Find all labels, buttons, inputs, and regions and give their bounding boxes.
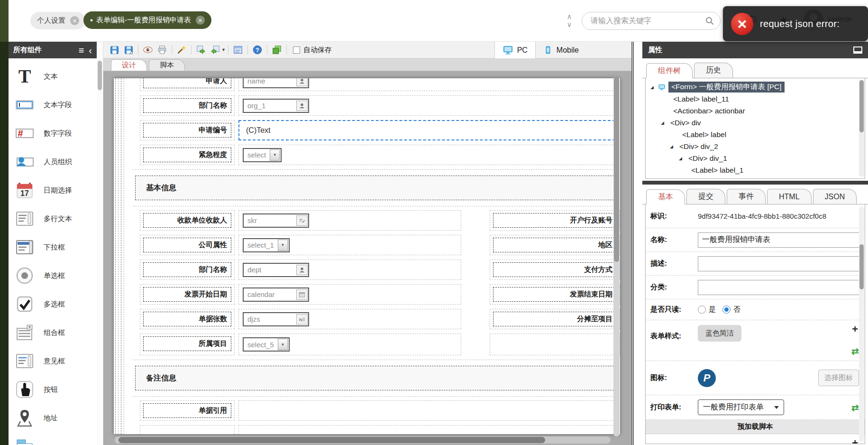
field-label-cell[interactable]: 开户行及账号 — [490, 210, 620, 231]
field-label-cell[interactable]: 单据引用 — [140, 400, 235, 421]
tree-node-div[interactable]: ◢ <Div> div — [646, 117, 865, 129]
tree-node-form[interactable]: ◢ <Form> 一般费用报销申请表 [PC] — [646, 81, 865, 93]
tab-submit[interactable]: 提交 — [686, 189, 725, 204]
component-item-dropdown[interactable]: 下拉框 — [9, 234, 97, 260]
print-button[interactable] — [156, 44, 168, 56]
export-button[interactable] — [209, 44, 221, 56]
person-field[interactable]: dept — [243, 263, 309, 277]
collapse-left-icon[interactable]: ‹ — [89, 46, 92, 55]
menu-icon[interactable]: ≡ — [79, 46, 84, 55]
component-item-text-field[interactable]: 文本字段 — [9, 92, 97, 118]
expander-icon[interactable]: ◢ — [670, 144, 676, 149]
field-label-cell[interactable]: 公司属性 — [140, 235, 235, 255]
mobile-view-button[interactable]: Mobile — [536, 42, 586, 58]
field-label[interactable]: 单据引用 — [143, 403, 231, 418]
close-icon[interactable]: × — [70, 16, 79, 25]
text-edit-field[interactable]: skr — [243, 213, 309, 228]
add-style-button[interactable]: + — [852, 324, 858, 334]
tab-events[interactable]: 事件 — [727, 189, 766, 204]
add-script-button[interactable]: + — [852, 438, 858, 444]
chevron-up-icon[interactable]: ∧ — [563, 12, 576, 20]
select-field[interactable]: select ▼ — [243, 148, 282, 162]
form-row[interactable]: 公司属性 select_1 ▼ 地区 sele — [140, 235, 615, 255]
autosave-checkbox[interactable]: 自动保存 — [293, 46, 332, 55]
select-field[interactable]: select_5 ▼ — [243, 337, 290, 352]
field-label-cell[interactable]: 所属项目 — [140, 334, 235, 355]
field-label-cell[interactable]: 发票结束日期 — [490, 284, 620, 305]
chevron-down-icon[interactable]: ∨ — [563, 20, 576, 28]
readonly-no-radio[interactable] — [722, 306, 731, 314]
tree-node-div-1[interactable]: ◢ <Div> div_1 — [646, 152, 865, 164]
field-label[interactable]: 发票开始日期 — [143, 287, 231, 302]
field-cell[interactable]: dept — [238, 260, 461, 280]
field-cell[interactable]: org_1 — [238, 95, 615, 116]
component-item-combobox[interactable]: 组合框 — [9, 319, 97, 346]
person-icon[interactable] — [296, 78, 308, 86]
section-header-remark[interactable]: 备注信息 — [135, 366, 616, 390]
dropdown-arrow-icon[interactable]: ▼ — [278, 240, 288, 251]
field-label-cell[interactable]: 部门名称 — [140, 260, 235, 280]
component-item-address[interactable]: 地址 — [9, 405, 97, 431]
form-row[interactable]: 部门名称 dept 支付方式 — [140, 260, 615, 280]
edit-icon[interactable] — [296, 215, 308, 226]
field-label-cell[interactable]: 收款单位收款人 — [140, 210, 235, 231]
field-label[interactable]: 申请编号 — [143, 123, 231, 138]
field-label-cell[interactable]: 单据张数 — [140, 309, 235, 329]
number-icon[interactable]: N — [296, 314, 308, 324]
form-row[interactable]: 所属项目 select_5 ▼ — [140, 334, 615, 355]
form-properties-button[interactable] — [232, 44, 244, 56]
field-label[interactable]: 部门名称 — [143, 98, 231, 113]
calendar-icon[interactable] — [296, 289, 308, 300]
tree-scrollbar[interactable] — [859, 79, 864, 177]
tab-design[interactable]: 设计 — [111, 59, 147, 71]
field-label[interactable]: 地区 — [493, 238, 617, 252]
canvas-vertical-scrollbar[interactable] — [613, 76, 620, 436]
section-header-basic[interactable]: 基本信息 — [135, 176, 616, 200]
tab-html[interactable]: HTML — [767, 189, 812, 204]
field-label[interactable]: 单据张数 — [143, 312, 231, 326]
nav-tab-personal-settings[interactable]: 个人设置 × — [30, 12, 86, 29]
field-cell[interactable]: skr — [238, 210, 461, 231]
empty-cell[interactable] — [490, 334, 620, 355]
properties-scrollbar[interactable] — [859, 206, 864, 442]
panel-splitter[interactable] — [642, 181, 868, 185]
expander-icon[interactable]: ◢ — [661, 121, 667, 125]
form-row[interactable]: 申请编号 (C)Text — [140, 120, 615, 140]
help-button[interactable]: ? — [251, 44, 264, 56]
tab-basic[interactable]: 基本 — [646, 189, 685, 204]
pc-view-button[interactable]: PC — [494, 42, 536, 58]
field-label[interactable]: 发票结束日期 — [493, 287, 617, 302]
search-icon[interactable] — [705, 16, 714, 26]
dropdown-arrow-icon[interactable]: ▼ — [278, 339, 288, 350]
form-p-icon[interactable]: P — [698, 369, 716, 387]
component-item-person-org[interactable]: 人员组织 — [9, 148, 97, 175]
export-dropdown-caret[interactable]: ▼ — [221, 47, 226, 52]
nav-tab-form-editor[interactable]: • 表单编辑-一般费用报销申请表 × — [83, 11, 211, 29]
component-item-date-picker[interactable]: 17 日期选择 — [9, 177, 97, 204]
field-label-cell[interactable]: 部门名称 — [140, 95, 235, 116]
readonly-yes-radio[interactable] — [698, 306, 706, 314]
field-label[interactable]: 分摊至项目 — [493, 312, 617, 326]
form-description-input[interactable] — [698, 256, 860, 271]
tree-node-actionbar[interactable]: <Actionbar> actionbar — [646, 105, 865, 117]
form-row[interactable]: 申请人 name — [140, 78, 615, 91]
tree-node-label-1[interactable]: <Label> label_1 — [646, 164, 865, 176]
refresh-style-icon[interactable]: ⇄ — [851, 347, 859, 356]
panel-window-icon[interactable] — [853, 46, 862, 54]
print-form-select[interactable]: 一般费用打印表单 — [698, 399, 784, 415]
wizard-button[interactable] — [175, 44, 188, 56]
field-cell[interactable]: select_5 ▼ — [238, 334, 461, 355]
error-toast[interactable]: × request json error: — [723, 6, 868, 41]
field-label-cell[interactable]: 紧急程度 — [140, 145, 235, 165]
component-item-text[interactable]: T 文本 — [9, 63, 97, 90]
tab-history[interactable]: 历史 — [694, 63, 733, 78]
checkbox-box[interactable] — [293, 46, 300, 54]
person-icon[interactable] — [296, 101, 308, 111]
collapse-chevrons[interactable]: ∧ ∨ — [563, 12, 576, 31]
field-cell[interactable]: djzs N — [238, 309, 461, 329]
component-item-opinion-box[interactable]: 意见框 — [9, 348, 97, 374]
component-item-radio[interactable]: 单选框 — [9, 262, 97, 289]
field-cell[interactable]: select_1 ▼ — [238, 235, 461, 255]
field-cell[interactable] — [238, 400, 615, 421]
dropdown-arrow-icon[interactable]: ▼ — [270, 149, 280, 161]
